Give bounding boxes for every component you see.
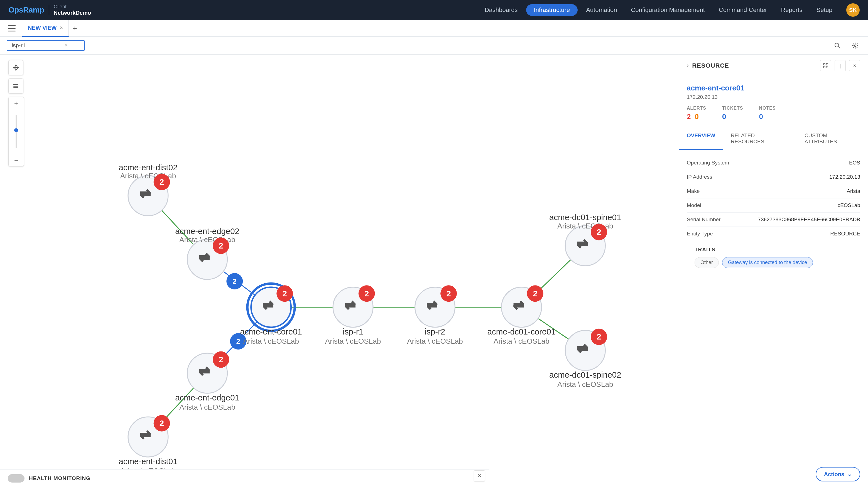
resource-stats: ALERTS 2 0 TICKETS 0 NOTES 0 [687, 106, 860, 121]
svg-text:acme-ent-edge02: acme-ent-edge02 [175, 227, 240, 236]
node-acme-dc01-spine01[interactable]: ⇌ acme-dc01-spine01 Arista \ cEOSLab 2 [549, 213, 621, 266]
nav-config-mgmt[interactable]: Configuration Management [625, 4, 710, 16]
svg-text:⇌: ⇌ [513, 298, 524, 312]
health-monitoring-label: HEALTH MONITORING [29, 475, 91, 481]
panel-expand-icon-btn[interactable]: × [849, 60, 860, 71]
alerts-label: ALERTS [687, 106, 706, 111]
panel-header: › RESOURCE | × [679, 55, 868, 77]
svg-text:2: 2 [364, 289, 369, 298]
svg-text:2: 2 [219, 355, 223, 364]
resource-ip: 172.20.20.13 [687, 94, 860, 100]
health-monitoring-toggle[interactable] [8, 474, 25, 483]
notes-stat: NOTES 0 [759, 106, 783, 121]
map-controls: + − [8, 60, 24, 166]
panel-header-actions: | × [820, 60, 860, 71]
prop-ip-value: 172.20.20.13 [748, 174, 860, 180]
svg-text:⇌: ⇌ [199, 364, 210, 378]
settings-icon-btn[interactable] [849, 39, 861, 52]
tab-overview[interactable]: OVERVIEW [679, 128, 723, 150]
svg-line-1 [838, 46, 840, 48]
prop-entity-type: Entity Type RESOURCE [687, 227, 860, 241]
close-panel-btn[interactable]: ✕ [474, 470, 485, 481]
logo-divider [49, 5, 49, 15]
prop-model-value: cEOSLab [748, 202, 860, 208]
trait-gateway[interactable]: Gateway is connected to the device [722, 257, 813, 268]
svg-point-0 [835, 43, 839, 47]
search-input[interactable] [12, 42, 62, 49]
pan-control[interactable] [8, 60, 23, 75]
nav-reports[interactable]: Reports [775, 4, 808, 16]
panel-tabs: OVERVIEW RELATED RESOURCES CUSTOM ATTRIB… [679, 128, 868, 150]
right-panel: › RESOURCE | × acme-ent-core01 172.20.20… [679, 55, 868, 487]
svg-text:acme-ent-edge01: acme-ent-edge01 [175, 393, 240, 402]
svg-text:⇌: ⇌ [427, 298, 438, 312]
tickets-stat: TICKETS 0 [722, 106, 751, 121]
traits-title: TRAITS [694, 247, 852, 253]
node-acme-ent-dist02[interactable]: ⇌ acme-ent-dist02 Arista \ cEOSLab 2 [119, 163, 177, 216]
node-acme-ent-dist01[interactable]: ⇌ acme-ent-dist01 Arista \ cEOSLab 2 [119, 415, 177, 475]
svg-rect-67 [824, 63, 825, 65]
notes-val: 0 [759, 112, 763, 121]
logo[interactable]: OpsRamp [8, 6, 44, 14]
search-icon-btn[interactable] [831, 39, 843, 52]
link-badge-text-edge02-core01: 2 [232, 277, 237, 286]
avatar[interactable]: SK [846, 3, 860, 17]
notes-label: NOTES [759, 106, 776, 111]
search-input-wrap: × [7, 40, 85, 51]
svg-text:⇌: ⇌ [577, 341, 588, 355]
prop-serial-label: Serial Number [687, 217, 748, 223]
network-graph[interactable]: 2 2 ⇌ acme-ent-dist02 Arista \ cEOSLab [0, 55, 679, 487]
svg-rect-69 [824, 66, 825, 68]
search-bar: × [0, 37, 868, 55]
prop-make: Make Arista [687, 184, 860, 198]
client-label: Client [54, 4, 91, 10]
actions-button[interactable]: Actions ⌄ [816, 467, 860, 481]
panel-chevron-icon[interactable]: › [687, 62, 689, 69]
nav-dashboards[interactable]: Dashboards [479, 4, 523, 16]
panel-close-icon-btn[interactable]: | [835, 60, 846, 71]
nav-command-center[interactable]: Command Center [713, 4, 773, 16]
node-acme-ent-core01[interactable]: ⇌ acme-ent-core01 Arista \ cEOSLab 2 [240, 284, 302, 345]
svg-text:isp-r2: isp-r2 [425, 327, 445, 336]
node-acme-dc01-core01[interactable]: ⇌ acme-dc01-core01 Arista \ cEOSLab 2 [488, 285, 556, 345]
tickets-val: 0 [722, 112, 726, 121]
tab-custom-attributes[interactable]: CUSTOM ATTRIBUTES [797, 128, 868, 150]
panel-grid-icon-btn[interactable] [820, 60, 831, 71]
nav-infrastructure[interactable]: Infrastructure [526, 4, 578, 16]
resource-detail: acme-ent-core01 172.20.20.13 ALERTS 2 0 … [679, 77, 868, 128]
link-badge-text-core01-edge01: 2 [236, 337, 241, 346]
node-isp-r2[interactable]: ⇌ isp-r2 Arista \ cEOSLab 2 [407, 285, 463, 345]
search-clear-btn[interactable]: × [65, 42, 68, 48]
svg-point-2 [855, 45, 856, 46]
svg-text:2: 2 [596, 332, 601, 341]
trait-other[interactable]: Other [694, 257, 719, 268]
svg-text:Arista \ cEOSLab: Arista \ cEOSLab [494, 337, 550, 345]
client-name: NetworkDemo [54, 10, 91, 16]
svg-text:2: 2 [446, 289, 451, 298]
tab-close-btn[interactable]: × [60, 25, 63, 31]
resource-name[interactable]: acme-ent-core01 [687, 84, 860, 92]
node-acme-ent-edge02[interactable]: ⇌ acme-ent-edge02 Arista \ cEOSLab 2 [175, 227, 240, 280]
node-acme-dc01-spine02[interactable]: ⇌ acme-dc01-spine02 Arista \ cEOSLab 2 [549, 329, 621, 388]
zoom-out-btn[interactable]: − [9, 154, 24, 166]
tab-new-view[interactable]: NEW VIEW × [22, 20, 69, 37]
bottom-bar: HEALTH MONITORING [0, 469, 489, 487]
nav-setup[interactable]: Setup [811, 4, 838, 16]
alerts-orange-val: 0 [694, 112, 699, 121]
svg-text:Arista \ cEOSLab: Arista \ cEOSLab [179, 403, 235, 411]
zoom-in-btn[interactable]: + [9, 97, 24, 109]
canvas-area[interactable]: + − 2 [0, 55, 679, 487]
tab-related-resources[interactable]: RELATED RESOURCES [723, 128, 797, 150]
logo-area: OpsRamp Client NetworkDemo [8, 4, 91, 16]
hamburger-menu[interactable] [6, 22, 18, 34]
layers-control[interactable] [8, 78, 23, 94]
node-isp-r1[interactable]: ⇌ isp-r1 Arista \ cEOSLab 2 [325, 285, 381, 345]
svg-text:⇌: ⇌ [577, 236, 588, 251]
tab-add-btn[interactable]: + [69, 22, 81, 34]
svg-text:2: 2 [596, 227, 601, 236]
nav-automation[interactable]: Automation [581, 4, 622, 16]
node-acme-ent-edge01[interactable]: ⇌ acme-ent-edge01 Arista \ cEOSLab 2 [175, 352, 240, 411]
prop-model: Model cEOSLab [687, 198, 860, 213]
svg-text:⇌: ⇌ [345, 298, 356, 312]
zoom-slider[interactable] [9, 109, 24, 154]
